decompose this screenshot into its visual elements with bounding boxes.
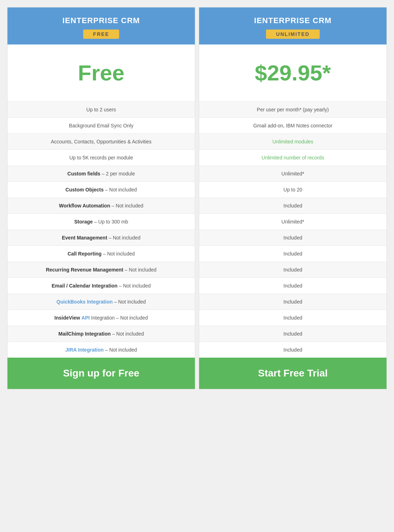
unlimited-app-name: IENTERPRISE CRM: [206, 16, 379, 25]
free-feature-7: Workflow Automation – Not included: [7, 197, 195, 214]
free-feature-8: Storage – Up to 300 mb: [7, 214, 195, 230]
free-cta-button[interactable]: Sign up for Free: [7, 358, 195, 389]
free-plan-header: IENTERPRISE CRM FREE: [7, 7, 195, 44]
unlimited-plan-card: IENTERPRISE CRM UNLIMITED $29.95* Per us…: [199, 7, 387, 389]
free-feature-16: JIRA Integration – Not included: [7, 342, 195, 358]
unlimited-feature-9: Included: [199, 230, 387, 246]
free-feature-9: Event Management – Not included: [7, 230, 195, 246]
free-plan-badge: FREE: [83, 30, 119, 39]
unlimited-feature-13: Included: [199, 294, 387, 310]
unlimited-feature-2: Gmail add-on, IBM Notes connector: [199, 117, 387, 133]
free-feature-11: Recurring Revenue Management – Not inclu…: [7, 262, 195, 278]
free-price: Free: [78, 62, 124, 84]
free-feature-15: MailChimp Integration – Not included: [7, 326, 195, 342]
unlimited-feature-14: Included: [199, 310, 387, 326]
unlimited-feature-10: Included: [199, 246, 387, 262]
unlimited-cta-button[interactable]: Start Free Trial: [199, 358, 387, 389]
unlimited-feature-16: Included: [199, 342, 387, 358]
free-feature-13: QuickBooks Integration – Not included: [7, 294, 195, 310]
free-feature-2: Background Email Sync Only: [7, 117, 195, 133]
unlimited-plan-header: IENTERPRISE CRM UNLIMITED: [199, 7, 387, 44]
unlimited-feature-4: Unlimited number of records: [199, 149, 387, 165]
unlimited-feature-11: Included: [199, 262, 387, 278]
unlimited-feature-8: Unlimited*: [199, 214, 387, 230]
unlimited-price: $29.95*: [255, 62, 331, 84]
unlimited-feature-5: Unlimited*: [199, 165, 387, 181]
free-feature-14: InsideView API Integration – Not include…: [7, 310, 195, 326]
unlimited-features-list: Per user per month* (pay yearly) Gmail a…: [199, 101, 387, 358]
free-feature-10: Call Reporting – Not included: [7, 246, 195, 262]
unlimited-feature-12: Included: [199, 278, 387, 294]
free-feature-3: Accounts, Contacts, Opportunities & Acti…: [7, 133, 195, 149]
free-features-list: Up to 2 users Background Email Sync Only…: [7, 101, 195, 358]
unlimited-feature-3: Unlimited modules: [199, 133, 387, 149]
unlimited-price-section: $29.95*: [199, 44, 387, 101]
free-feature-12: Email / Calendar Integration – Not inclu…: [7, 278, 195, 294]
free-feature-4: Up to 5K records per module: [7, 149, 195, 165]
free-plan-card: IENTERPRISE CRM FREE Free Up to 2 users …: [7, 7, 195, 389]
unlimited-feature-15: Included: [199, 326, 387, 342]
free-feature-5: Custom fields – 2 per module: [7, 165, 195, 181]
free-price-section: Free: [7, 44, 195, 101]
free-feature-1: Up to 2 users: [7, 101, 195, 117]
unlimited-feature-7: Included: [199, 197, 387, 214]
free-app-name: IENTERPRISE CRM: [15, 16, 188, 25]
unlimited-feature-1: Per user per month* (pay yearly): [199, 101, 387, 117]
pricing-container: IENTERPRISE CRM FREE Free Up to 2 users …: [7, 7, 387, 389]
free-feature-6: Custom Objects – Not included: [7, 181, 195, 197]
unlimited-plan-badge: UNLIMITED: [266, 30, 319, 39]
unlimited-feature-6: Up to 20: [199, 181, 387, 197]
